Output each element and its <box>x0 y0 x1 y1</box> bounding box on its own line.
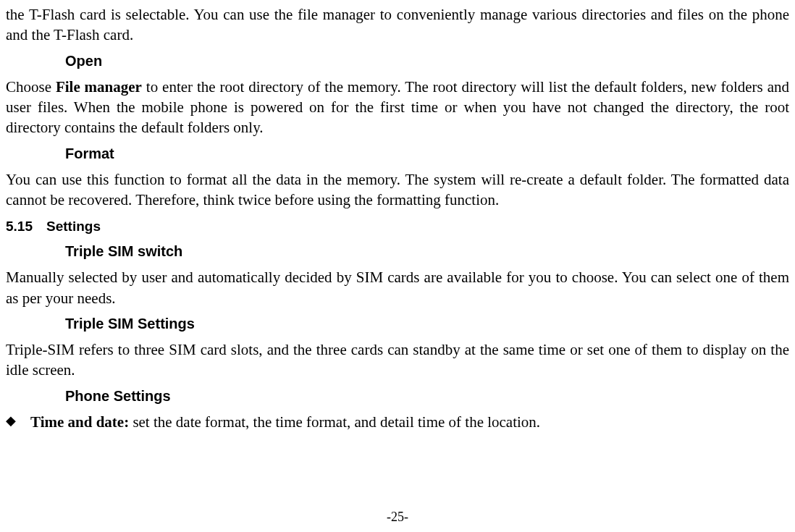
diamond-bullet-icon: ◆ <box>6 412 30 430</box>
file-manager-bold: File manager <box>56 78 142 96</box>
triple-settings-paragraph: Triple-SIM refers to three SIM card slot… <box>6 339 789 381</box>
section-title: Settings <box>46 219 101 234</box>
page-number: -25- <box>0 510 795 525</box>
format-paragraph: You can use this function to format all … <box>6 169 789 211</box>
triple-switch-paragraph: Manually selected by user and automatica… <box>6 267 789 308</box>
heading-open: Open <box>65 53 789 69</box>
intro-paragraph: the T-Flash card is selectable. You can … <box>6 4 789 46</box>
open-paragraph: Choose File manager to enter the root di… <box>6 77 789 138</box>
heading-format: Format <box>65 145 789 162</box>
heading-triple-sim-switch: Triple SIM switch <box>65 243 789 260</box>
time-and-date-label: Time and date: <box>30 413 129 431</box>
bullet-time-and-date: ◆ Time and date: set the date format, th… <box>6 412 789 432</box>
section-number: 5.15 <box>6 219 46 235</box>
heading-settings: 5.15Settings <box>6 219 789 235</box>
bullet-text: Time and date: set the date format, the … <box>30 412 789 432</box>
time-and-date-desc: set the date format, the time format, an… <box>129 413 540 431</box>
heading-triple-sim-settings: Triple SIM Settings <box>65 316 789 332</box>
heading-phone-settings: Phone Settings <box>65 388 789 405</box>
open-text-pre: Choose <box>6 78 56 96</box>
